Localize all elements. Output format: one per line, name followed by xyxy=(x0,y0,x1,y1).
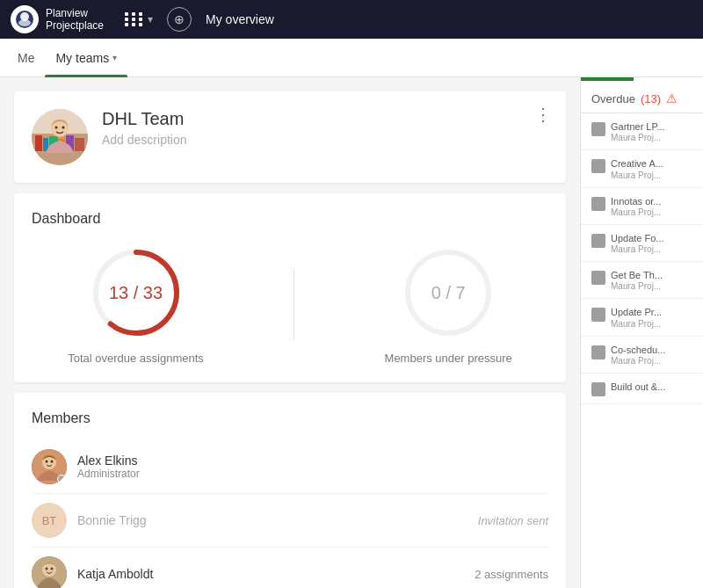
overdue-item-icon xyxy=(591,271,605,285)
logo-text: Planview Projectplace xyxy=(46,7,104,33)
svg-point-23 xyxy=(46,568,48,570)
my-teams-chevron-icon: ▾ xyxy=(112,53,117,62)
svg-point-2 xyxy=(18,19,31,26)
dashboard-card: Dashboard 13 / 33 Total overdue assignme… xyxy=(14,193,566,382)
overdue-item-text: Update Fo... Maura Proj... xyxy=(611,232,664,254)
overdue-item-sub: Maura Proj... xyxy=(611,133,665,142)
overdue-item-icon xyxy=(591,308,605,322)
overdue-item-title: Innotas or... xyxy=(611,195,661,207)
overdue-item-text: Build out &... xyxy=(611,381,665,393)
dashboard-metrics: 13 / 33 Total overdue assignments 0 / 7 … xyxy=(32,244,548,365)
member-name: Bonnie Trigg xyxy=(77,513,467,527)
member-item: Katja Amboldt 2 assignments xyxy=(32,548,548,588)
team-more-button[interactable]: ⋮ xyxy=(534,105,552,123)
overdue-item-icon xyxy=(591,159,605,173)
overdue-item-text: Update Pr... Maura Proj... xyxy=(611,306,662,328)
svg-point-20 xyxy=(51,461,54,463)
member-name: Alex Elkins xyxy=(77,454,548,468)
svg-point-13 xyxy=(62,127,65,129)
overdue-count: (13) xyxy=(641,92,661,105)
left-panel: DHL Team Add description ⋮ Dashboard xyxy=(0,77,580,588)
overdue-item-title: Build out &... xyxy=(611,381,665,393)
svg-point-19 xyxy=(46,461,48,463)
member-name: Katja Amboldt xyxy=(77,567,464,581)
overdue-item[interactable]: Build out &... xyxy=(581,374,703,404)
team-card: DHL Team Add description ⋮ xyxy=(14,91,566,183)
overdue-item-sub: Maura Proj... xyxy=(611,207,661,217)
members-title: Members xyxy=(32,410,548,426)
grid-dots xyxy=(125,12,144,26)
bike-icon: ⊕ xyxy=(167,7,192,32)
overdue-item-sub: Maura Proj... xyxy=(611,319,662,329)
overdue-item-text: Creative A... Maura Proj... xyxy=(611,157,663,179)
overdue-item-sub: Maura Proj... xyxy=(611,171,663,180)
main-layout: DHL Team Add description ⋮ Dashboard xyxy=(0,77,703,588)
metric-overdue-circle: 13 / 33 xyxy=(88,244,185,341)
overdue-item-text: Gartner LP... Maura Proj... xyxy=(611,120,665,142)
svg-rect-5 xyxy=(35,135,42,151)
metric-pressure-value: 0 / 7 xyxy=(431,283,466,303)
tab-me[interactable]: Me xyxy=(14,39,45,77)
overdue-item-icon xyxy=(591,122,605,136)
overdue-item[interactable]: Get Be Th... Maura Proj... xyxy=(581,262,703,299)
svg-rect-10 xyxy=(75,138,84,151)
metric-overdue: 13 / 33 Total overdue assignments xyxy=(68,244,204,365)
top-navigation: Planview Projectplace ▾ ⊕ My overview xyxy=(0,0,703,39)
overdue-item-icon xyxy=(591,382,605,396)
sub-navigation: Me My teams ▾ xyxy=(0,39,703,77)
overdue-header: Overdue (13) ⚠ xyxy=(581,81,703,113)
member-info-katja: Katja Amboldt xyxy=(77,567,464,581)
overdue-item[interactable]: Creative A... Maura Proj... xyxy=(581,150,703,187)
metric-overdue-value: 13 / 33 xyxy=(109,283,163,303)
my-overview-button[interactable]: My overview xyxy=(206,12,274,26)
member-invitation-status: Invitation sent xyxy=(478,514,548,527)
grid-menu-icon[interactable]: ▾ xyxy=(125,12,153,26)
team-description[interactable]: Add description xyxy=(102,133,548,147)
metric-pressure: 0 / 7 Members under pressure xyxy=(385,244,512,365)
overdue-item[interactable]: Co-schedu... Maura Proj... xyxy=(581,337,703,374)
team-name: DHL Team xyxy=(102,109,548,129)
overdue-item-icon xyxy=(591,234,605,248)
dashboard-title: Dashboard xyxy=(32,211,548,227)
team-info: DHL Team Add description xyxy=(102,109,548,147)
logo-icon xyxy=(11,5,39,33)
overdue-item-sub: Maura Proj... xyxy=(611,244,664,254)
svg-point-12 xyxy=(55,127,58,129)
overdue-item-title: Creative A... xyxy=(611,157,663,170)
member-item: BT Bonnie Trigg Invitation sent xyxy=(32,494,548,548)
member-info-bonnie: Bonnie Trigg xyxy=(77,513,467,527)
member-avatar-alex xyxy=(32,449,67,484)
grid-chevron-icon: ▾ xyxy=(148,13,153,25)
members-card: Members Alex Elkins xyxy=(14,393,566,588)
right-panel: Overdue (13) ⚠ Gartner LP... Maura Proj.… xyxy=(580,77,703,588)
team-avatar xyxy=(32,109,88,165)
overdue-item-icon xyxy=(591,197,605,211)
member-avatar-katja xyxy=(32,556,67,588)
member-info-alex: Alex Elkins Administrator xyxy=(77,454,548,480)
member-assignments: 2 assignments xyxy=(475,568,548,581)
overdue-item-sub: Maura Proj... xyxy=(611,281,663,291)
member-item: Alex Elkins Administrator xyxy=(32,440,548,494)
overdue-item-icon xyxy=(591,345,605,359)
member-avatar-bonnie: BT xyxy=(32,503,67,538)
overdue-item-title: Update Pr... xyxy=(611,306,662,318)
overdue-item-text: Innotas or... Maura Proj... xyxy=(611,195,661,217)
overdue-item-title: Co-schedu... xyxy=(611,344,665,356)
metric-pressure-circle: 0 / 7 xyxy=(400,244,496,341)
member-role: Administrator xyxy=(77,468,548,480)
logo-area: Planview Projectplace xyxy=(11,5,104,33)
metric-pressure-label: Members under pressure xyxy=(385,352,512,365)
overdue-item[interactable]: Update Fo... Maura Proj... xyxy=(581,225,703,262)
tab-my-teams[interactable]: My teams ▾ xyxy=(45,39,127,77)
member-status-dot xyxy=(57,475,66,483)
overdue-item[interactable]: Gartner LP... Maura Proj... xyxy=(581,113,703,150)
svg-point-24 xyxy=(51,568,54,570)
overdue-item[interactable]: Innotas or... Maura Proj... xyxy=(581,188,703,225)
warning-icon: ⚠ xyxy=(666,91,678,105)
metric-divider xyxy=(294,270,294,340)
overdue-item[interactable]: Update Pr... Maura Proj... xyxy=(581,299,703,336)
overdue-item-title: Update Fo... xyxy=(611,232,664,244)
overdue-item-text: Co-schedu... Maura Proj... xyxy=(611,344,665,366)
overdue-item-text: Get Be Th... Maura Proj... xyxy=(611,269,663,291)
overdue-label: Overdue xyxy=(591,92,635,105)
